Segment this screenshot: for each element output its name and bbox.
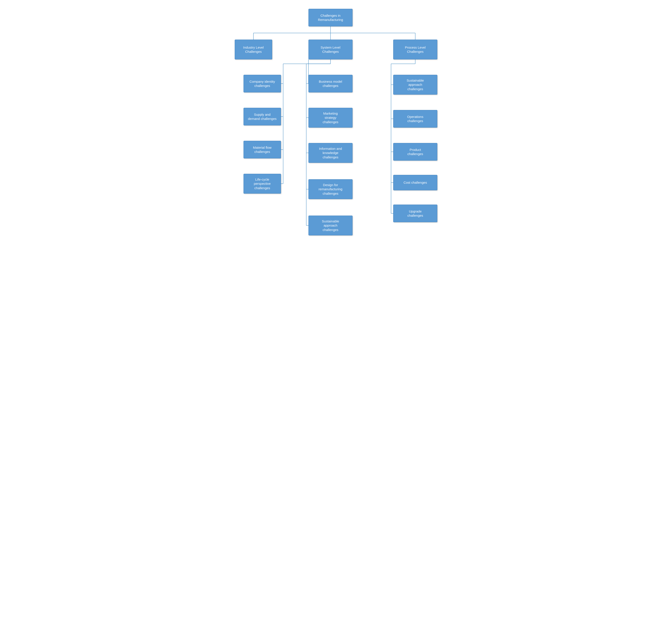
node-root: Challenges inRemanufacturing <box>308 9 353 26</box>
node-business: Business modelchallenges <box>308 75 353 92</box>
diagram-container: Challenges inRemanufacturing Industry Le… <box>230 4 442 202</box>
node-industry: Industry LevelChallenges <box>235 39 272 59</box>
node-upgrade: Upgradechallenges <box>393 205 437 222</box>
node-operations: Operationschallenges <box>393 110 437 127</box>
node-marketing: Marketingstrategychallenges <box>308 108 353 127</box>
node-supply: Supply anddemand challenges <box>244 108 281 125</box>
node-material: Material flowchallenges <box>244 141 281 158</box>
node-system: System LevelChallenges <box>308 39 353 59</box>
node-product: Productchallenges <box>393 143 437 160</box>
node-company: Company identitychallenges <box>244 75 281 92</box>
node-sustainable-proc: Sustainableapproachchallenges <box>393 75 437 95</box>
node-lifecycle: Life-cycleperspectivechallenges <box>244 174 281 194</box>
node-cost: Cost challenges <box>393 175 437 190</box>
node-information: Information andknowledgechallenges <box>308 143 353 163</box>
node-design: Design forremanufacturingchallenges <box>308 179 353 199</box>
node-process: Process LevelChallenges <box>393 39 437 59</box>
node-sustainable-sys: Sustainableapproachchallenges <box>308 215 353 235</box>
connectors-svg <box>230 4 442 202</box>
